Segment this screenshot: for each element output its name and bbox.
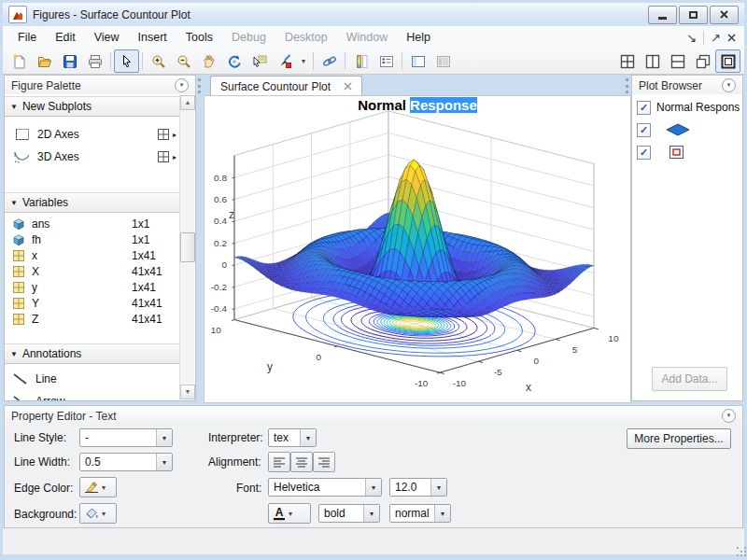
font-weight-select[interactable]: bold ▾ [318, 504, 380, 523]
open-file-button[interactable] [32, 49, 57, 73]
menu-debug[interactable]: Debug [222, 26, 275, 49]
layout-split-vertical-button[interactable] [640, 49, 665, 73]
browser-item-title[interactable]: ✓ Normal Respons [632, 98, 742, 117]
scrollbar-thumb[interactable] [180, 232, 195, 262]
minimize-button[interactable] [648, 6, 677, 24]
data-cursor-button[interactable] [247, 49, 272, 73]
browser-item-contour[interactable]: ✓ [632, 143, 742, 161]
dock-figure-icon[interactable]: ↘ [686, 31, 697, 45]
plot-browser-menu-button[interactable]: ▾ [722, 78, 736, 92]
hide-plot-tools-button[interactable] [405, 49, 430, 73]
background-color-button[interactable]: ▾ [79, 503, 117, 524]
link-plot-button[interactable] [317, 49, 342, 73]
section-annotations[interactable]: ▼ Annotations [5, 343, 180, 364]
more-properties-button[interactable]: More Properties... [627, 428, 731, 449]
align-center-button[interactable] [290, 452, 313, 472]
layout-grid-button[interactable] [614, 49, 640, 73]
new-figure-button[interactable] [7, 49, 32, 73]
tab-close-icon[interactable] [344, 82, 352, 91]
submenu-arrow-icon[interactable]: ▸ [173, 153, 176, 161]
align-left-button[interactable] [268, 452, 290, 472]
property-editor-menu-button[interactable]: ▾ [722, 409, 736, 423]
figure-palette-scrollbar[interactable]: ▲ ▼ [179, 95, 194, 399]
tab-surface-contour-plot[interactable]: Surface Countour Plot [210, 76, 362, 96]
layout-split-horizontal-icon [670, 54, 685, 69]
variable-row-x[interactable]: x 1x41 [5, 247, 180, 263]
menu-window[interactable]: Window [337, 26, 397, 49]
pan-tool-button[interactable] [196, 49, 221, 73]
palette-item-3d-axes[interactable]: 3D Axes ▸ [5, 146, 180, 168]
font-family-select[interactable]: Helvetica ▾ [268, 478, 382, 497]
layout-split-horizontal-button[interactable] [665, 49, 690, 73]
variable-row-X[interactable]: X 41x41 [5, 263, 180, 279]
save-button[interactable] [57, 49, 82, 73]
brush-dropdown-button[interactable]: ▾ [297, 49, 310, 73]
figure-palette-menu-button[interactable]: ▾ [175, 78, 189, 92]
insert-colorbar-button[interactable] [348, 49, 374, 73]
checkbox-checked[interactable]: ✓ [637, 123, 651, 137]
edge-color-label: Edge Color: [14, 482, 73, 495]
chevron-down-icon: ▾ [434, 505, 450, 522]
insert-legend-button[interactable] [374, 49, 399, 73]
zoom-out-button[interactable] [171, 49, 196, 73]
rotate-3d-button[interactable] [221, 49, 247, 73]
chevron-down-icon: ▾ [156, 429, 172, 446]
print-button[interactable] [82, 49, 107, 73]
font-color-button[interactable]: A ▾ [268, 503, 311, 524]
add-data-button[interactable]: Add Data... [652, 367, 727, 391]
subplot-grid-button[interactable] [157, 150, 170, 163]
variable-row-ans[interactable]: ans 1x1 [5, 216, 180, 231]
line-width-select[interactable]: 0.5 ▾ [79, 453, 173, 471]
section-variables[interactable]: ▼ Variables [5, 192, 180, 213]
edge-color-button[interactable]: ▾ [79, 477, 117, 497]
menu-insert[interactable]: Insert [129, 26, 176, 49]
layout-maximized-button[interactable] [715, 49, 740, 73]
variable-row-Y[interactable]: Y 41x41 [5, 295, 180, 311]
interpreter-select[interactable]: tex ▾ [268, 428, 317, 447]
maximize-button[interactable] [679, 6, 708, 24]
undock-icon[interactable]: ↗ [711, 31, 721, 45]
browser-item-surface[interactable]: ✓ [632, 120, 742, 139]
font-angle-select[interactable]: normal ▾ [389, 504, 451, 523]
section-new-subplots[interactable]: ▼ New Subplots [5, 96, 180, 117]
font-color-icon: A [272, 506, 287, 521]
brush-tool-button[interactable] [272, 49, 297, 73]
menu-help[interactable]: Help [397, 26, 440, 49]
menu-file[interactable]: File [8, 26, 46, 49]
scroll-up-icon[interactable]: ▲ [180, 95, 195, 110]
scroll-down-icon[interactable]: ▼ [180, 385, 195, 399]
figure-toolbar: ▾ [3, 49, 744, 75]
subplot-grid-button[interactable] [157, 128, 170, 141]
pointer-tool-button[interactable] [114, 49, 139, 73]
plot-canvas[interactable]: -10-50510100-100.80.60.40.20-0.2-0.4xyz [204, 96, 630, 402]
checkbox-checked[interactable]: ✓ [637, 146, 651, 160]
palette-item-arrow[interactable]: Arrow [5, 390, 180, 401]
svg-text:0: 0 [316, 352, 321, 362]
background-bucket-icon [83, 506, 100, 522]
submenu-arrow-icon[interactable]: ▸ [173, 131, 176, 139]
close-figure-icon[interactable] [727, 34, 736, 42]
variable-row-fh[interactable]: fh 1x1 [5, 231, 180, 247]
show-plot-tools-button[interactable] [430, 49, 456, 73]
align-right-button[interactable] [313, 452, 335, 472]
menu-tools[interactable]: Tools [176, 26, 222, 49]
palette-item-2d-axes[interactable]: 2D Axes ▸ [5, 123, 180, 146]
checkbox-checked[interactable]: ✓ [637, 101, 651, 115]
font-size-select[interactable]: 12.0 ▾ [389, 478, 447, 497]
menu-edit[interactable]: Edit [46, 26, 85, 49]
toolbar-separator [142, 52, 143, 70]
layout-float-button[interactable] [690, 49, 715, 73]
line-style-select[interactable]: - ▾ [79, 428, 173, 447]
plot-title[interactable]: Normal Response [204, 97, 630, 113]
menu-desktop[interactable]: Desktop [275, 26, 337, 49]
variable-row-Z[interactable]: Z 41x41 [5, 311, 180, 327]
menu-view[interactable]: View [85, 26, 129, 49]
resize-grip[interactable] [737, 547, 739, 549]
palette-item-line[interactable]: Line [5, 368, 180, 390]
left-splitter-handle[interactable] [198, 78, 201, 93]
figure-canvas[interactable]: Normal Response -10-50510100-100.80.60.4… [204, 95, 631, 403]
close-button[interactable] [710, 6, 739, 24]
titlebar[interactable]: Figures - Surface Countour Plot [3, 3, 744, 26]
zoom-in-button[interactable] [146, 49, 171, 73]
variable-row-y[interactable]: y 1x41 [5, 279, 180, 295]
